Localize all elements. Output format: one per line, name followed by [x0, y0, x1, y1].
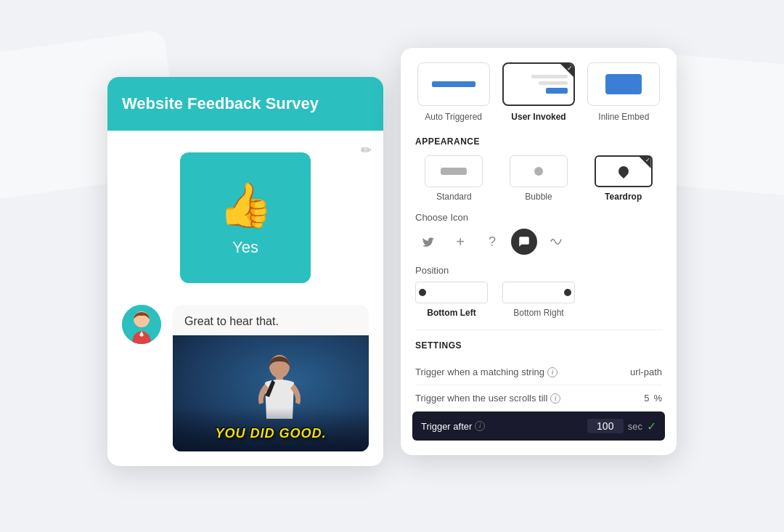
inline-trigger-preview: [587, 62, 660, 106]
info-icon-trigger-after[interactable]: i: [475, 421, 485, 431]
survey-body: ✏ 👍 Yes: [107, 131, 383, 305]
trigger-string-label: Trigger when a matching string i: [415, 367, 558, 377]
setting-row-trigger-string: Trigger when a matching string i url-pat…: [415, 359, 662, 385]
survey-preview-card: Website Feedback Survey ✏ 👍 Yes: [107, 77, 383, 466]
teardrop-checkmark: [640, 157, 651, 168]
avatar: [122, 305, 161, 344]
inline-preview-shape: [605, 74, 642, 94]
auto-preview-shape: [432, 81, 475, 87]
appearance-section: APPEARANCE Standard Bubble: [415, 136, 662, 318]
bottom-right-preview: [502, 282, 575, 303]
icon-option-bird[interactable]: [415, 229, 441, 255]
user-trigger-preview: [502, 62, 575, 106]
trigger-options: Auto Triggered User Invoked: [415, 62, 662, 122]
appearance-header: APPEARANCE: [415, 136, 662, 147]
user-preview-btn: [546, 88, 568, 94]
user-trigger-label: User Invoked: [511, 112, 565, 122]
bubble-preview: [510, 155, 568, 187]
icon-option-plus[interactable]: +: [447, 229, 473, 255]
trigger-option-user[interactable]: User Invoked: [500, 62, 576, 122]
settings-section: SETTINGS Trigger when a matching string …: [415, 330, 662, 441]
check-icon: ✓: [647, 420, 656, 433]
position-option-bottom-left[interactable]: Bottom Left: [415, 282, 488, 318]
icon-options: + ?: [415, 229, 662, 255]
icon-option-wave[interactable]: [543, 229, 569, 255]
trigger-scroll-value: 5 %: [644, 393, 662, 404]
position-dot-left: [419, 289, 426, 296]
icon-option-question[interactable]: ?: [479, 229, 505, 255]
gif-scene: YOU DID GOOD.: [173, 335, 369, 451]
standard-label: Standard: [436, 192, 472, 202]
standard-preview: [425, 155, 483, 187]
trigger-string-value: url-path: [630, 367, 662, 377]
survey-title: Website Feedback Survey: [122, 94, 319, 112]
bottom-left-label: Bottom Left: [427, 308, 475, 318]
setting-row-trigger-after: Trigger after i sec ✓: [412, 412, 665, 441]
bubble-label: Bubble: [525, 192, 552, 202]
teardrop-preview: [595, 155, 653, 187]
appearance-options: Standard Bubble Teardrop: [415, 155, 662, 202]
edit-icon[interactable]: ✏: [361, 142, 372, 158]
trigger-after-unit: sec: [628, 421, 642, 432]
bottom-right-label: Bottom Right: [513, 308, 563, 318]
position-label: Position: [415, 265, 662, 276]
settings-panel-card: Auto Triggered User Invoked: [401, 48, 677, 455]
setting-row-trigger-scroll: Trigger when the user scrolls till i 5 %: [415, 385, 662, 412]
thumbs-up-icon: 👍: [219, 179, 273, 231]
info-icon-trigger-scroll[interactable]: i: [550, 393, 560, 404]
gif-caption: YOU DID GOOD.: [215, 426, 326, 441]
teardrop-label: Teardrop: [605, 192, 642, 202]
appearance-option-bubble[interactable]: Bubble: [500, 155, 578, 202]
trigger-after-label: Trigger after i: [421, 421, 485, 432]
position-options: Bottom Left Bottom Right: [415, 282, 662, 318]
appearance-option-teardrop[interactable]: Teardrop: [584, 155, 662, 202]
inline-trigger-label: Inline Embed: [598, 112, 649, 122]
auto-trigger-preview: [417, 62, 490, 106]
position-dot-right: [564, 289, 571, 296]
trigger-option-inline[interactable]: Inline Embed: [586, 62, 662, 122]
trigger-after-input[interactable]: [587, 419, 624, 433]
response-card: Great to hear that.: [173, 305, 369, 451]
user-preview-line-1: [531, 75, 568, 78]
yes-label: Yes: [232, 238, 258, 257]
choose-icon-label: Choose Icon: [415, 212, 662, 223]
trigger-after-value: sec ✓: [587, 419, 656, 433]
standard-shape: [441, 168, 467, 175]
position-option-bottom-right[interactable]: Bottom Right: [502, 282, 575, 318]
user-preview-content: [504, 69, 573, 99]
auto-trigger-label: Auto Triggered: [425, 112, 482, 122]
teardrop-shape: [616, 164, 631, 179]
bottom-left-preview: [415, 282, 488, 303]
user-preview-line-2: [539, 81, 568, 85]
survey-footer: Great to hear that.: [107, 305, 383, 466]
bubble-shape: [534, 167, 543, 176]
survey-header: Website Feedback Survey: [107, 77, 383, 131]
yes-button[interactable]: 👍 Yes: [180, 152, 311, 283]
info-icon-trigger-string[interactable]: i: [547, 367, 558, 377]
trigger-option-auto[interactable]: Auto Triggered: [415, 62, 491, 122]
icon-option-chat[interactable]: [511, 229, 537, 255]
appearance-option-standard[interactable]: Standard: [415, 155, 493, 202]
trigger-scroll-label: Trigger when the user scrolls till i: [415, 393, 560, 404]
response-text: Great to hear that.: [173, 305, 369, 335]
settings-header: SETTINGS: [415, 340, 662, 351]
